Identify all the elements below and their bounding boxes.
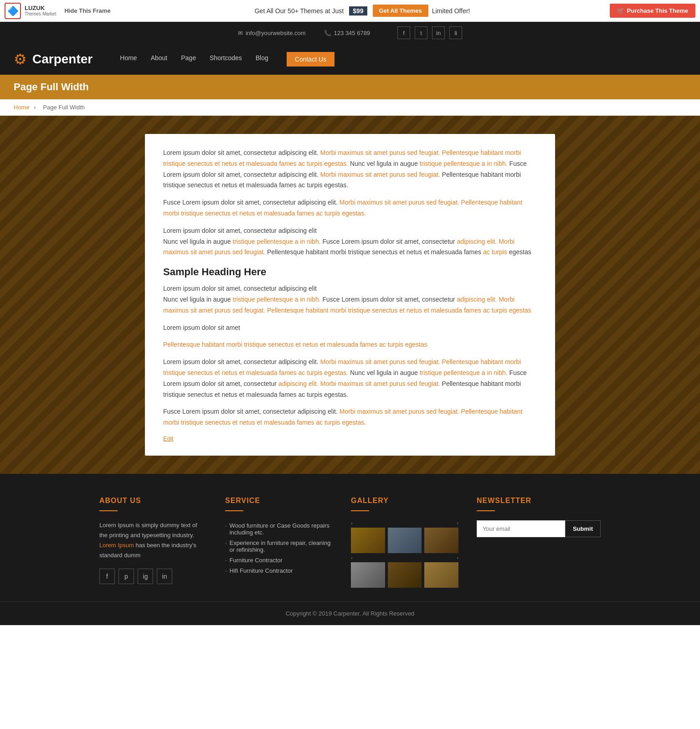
email-contact: ✉ info@yourwebsite.com	[238, 30, 306, 36]
nav-blog[interactable]: Blog	[256, 52, 268, 67]
footer-gallery-title: GALLERY	[351, 497, 458, 505]
nav-home[interactable]: Home	[120, 52, 137, 67]
footer-bottom: Copyright © 2019 Carpenter. All Rights R…	[0, 601, 700, 625]
footer-newsletter-divider	[477, 510, 495, 511]
gallery-grid-top	[351, 528, 458, 553]
promo-area: Get All Our 50+ Themes at Just $99 Get A…	[255, 5, 470, 17]
gallery-arrows-top: › ›	[351, 520, 458, 553]
footer-instagram-icon[interactable]: ig	[138, 569, 153, 584]
footer-grid: ABOUT US Lorem Ipsum is simply dummy tex…	[99, 497, 601, 588]
copyright-text: Copyright © 2019 Carpenter. All Rights R…	[286, 610, 415, 617]
gallery-item-6[interactable]	[424, 562, 458, 588]
brand: ⚙ Carpenter	[14, 51, 93, 68]
gallery-item-5[interactable]	[388, 562, 422, 588]
footer-about-divider	[99, 510, 118, 511]
promo-text: Get All Our 50+ Themes at Just	[255, 7, 344, 15]
newsletter-email-input[interactable]	[477, 520, 565, 537]
logo-area: 🔷 LUZUK Themes Market Hide This Frame	[5, 3, 115, 19]
content-para6: Pellentesque habitant morbi tristique se…	[163, 339, 537, 350]
brand-icon: ⚙	[14, 51, 27, 68]
footer-about-title: ABOUT US	[99, 497, 207, 505]
logo-name: LUZUK	[25, 5, 56, 11]
brand-name: Carpenter	[32, 52, 93, 67]
footer-about: ABOUT US Lorem Ipsum is simply dummy tex…	[99, 497, 207, 588]
purchase-label: Purchase This Theme	[627, 7, 688, 14]
gallery-grid-bottom	[351, 562, 458, 588]
cart-icon: 🛒	[617, 7, 624, 14]
logo-icon: 🔷	[5, 3, 21, 19]
content-para7: Lorem ipsum dolor sit amet, consectetur …	[163, 357, 537, 400]
nav-page[interactable]: Page	[181, 52, 196, 67]
breadcrumb-home[interactable]: Home	[14, 104, 30, 111]
service-item-2: Experience in furniture repair, cleaning…	[225, 538, 333, 555]
service-item-3: Furniture Contractor	[225, 555, 333, 565]
linkedin-icon[interactable]: li	[449, 26, 462, 39]
hide-frame-button[interactable]: Hide This Frame	[60, 5, 115, 16]
service-list: Wood furniture or Case Goods repairs inc…	[225, 520, 333, 576]
page-title: Page Full Width	[14, 81, 686, 93]
newsletter-form: Submit	[477, 520, 601, 537]
nav: Home About Page Shortcodes Blog Contact …	[120, 52, 335, 67]
hero-section: Lorem ipsum dolor sit amet, consectetur …	[0, 116, 700, 474]
content-para2: Fusce Lorem ipsum dolor sit amet, consec…	[163, 197, 537, 219]
footer-service-divider	[225, 510, 243, 511]
facebook-icon[interactable]: f	[397, 26, 410, 39]
content-para4: Lorem ipsum dolor sit amet, consectetur …	[163, 283, 537, 316]
breadcrumb: Home › Page Full Width	[0, 99, 700, 116]
top-bar: 🔷 LUZUK Themes Market Hide This Frame Ge…	[0, 0, 700, 22]
footer-gallery-divider	[351, 510, 369, 511]
service-item-1: Wood furniture or Case Goods repairs inc…	[225, 520, 333, 538]
gallery-item-1[interactable]	[351, 528, 385, 553]
logo-sub: Themes Market	[25, 11, 56, 16]
content-para8: Fusce Lorem ipsum dolor sit amet, consec…	[163, 406, 537, 428]
purchase-button[interactable]: 🛒 Purchase This Theme	[610, 4, 695, 18]
breadcrumb-current: Page Full Width	[43, 104, 85, 111]
header: ⚙ Carpenter Home About Page Shortcodes B…	[0, 44, 700, 75]
content-heading: Sample Heading Here	[163, 266, 537, 278]
social-icons-bar: f t in li	[397, 26, 462, 39]
gallery-arrow-right-1[interactable]: ›	[457, 520, 458, 526]
content-para3: Lorem ipsum dolor sit amet, consectetur …	[163, 226, 537, 258]
contact-bar: ✉ info@yourwebsite.com 📞 123 345 6789 f …	[0, 22, 700, 44]
footer-newsletter: NEWSLETTER Submit	[477, 497, 601, 588]
nav-contact[interactable]: Contact Us	[287, 52, 335, 67]
gallery-arrow-left-2[interactable]: ›	[351, 555, 353, 560]
newsletter-submit-button[interactable]: Submit	[565, 520, 601, 537]
service-item-4: Hifi Furniture Contractor	[225, 565, 333, 576]
limited-offer-label: Limited Offer!	[432, 7, 470, 15]
breadcrumb-separator: ›	[34, 104, 37, 111]
email-icon: ✉	[238, 30, 243, 36]
nav-about[interactable]: About	[151, 52, 168, 67]
footer-social: f p ig in	[99, 569, 207, 584]
gallery-bottom: › ›	[351, 555, 458, 588]
footer-newsletter-title: NEWSLETTER	[477, 497, 601, 505]
promo-price: $99	[349, 6, 367, 15]
twitter-icon[interactable]: t	[415, 26, 427, 39]
gallery-item-3[interactable]	[424, 528, 458, 553]
gallery-item-2[interactable]	[388, 528, 422, 553]
footer-facebook-icon[interactable]: f	[99, 569, 115, 584]
footer-service: SERVICE Wood furniture or Case Goods rep…	[225, 497, 333, 588]
content-para1: Lorem ipsum dolor sit amet, consectetur …	[163, 148, 537, 191]
logo-text-block: LUZUK Themes Market	[25, 5, 56, 16]
phone-contact: 📞 123 345 6789	[324, 30, 371, 36]
footer-gallery: GALLERY › › › ›	[351, 497, 458, 588]
nav-shortcodes[interactable]: Shortcodes	[210, 52, 242, 67]
gallery-arrow-right-2[interactable]: ›	[457, 555, 458, 560]
instagram-icon[interactable]: in	[432, 26, 445, 39]
get-all-button[interactable]: Get All Themes	[373, 5, 428, 17]
footer-linkedin-icon[interactable]: in	[157, 569, 172, 584]
footer-service-title: SERVICE	[225, 497, 333, 505]
phone-icon: 📞	[324, 30, 331, 36]
content-box: Lorem ipsum dolor sit amet, consectetur …	[145, 134, 555, 456]
phone-text: 123 345 6789	[334, 30, 371, 36]
email-text: info@yourwebsite.com	[246, 30, 306, 36]
edit-link[interactable]: Edit	[163, 435, 173, 442]
footer-pinterest-icon[interactable]: p	[118, 569, 134, 584]
gallery-item-4[interactable]	[351, 562, 385, 588]
gallery-arrow-left-1[interactable]: ›	[351, 520, 353, 526]
page-title-bar: Page Full Width	[0, 75, 700, 99]
footer: ABOUT US Lorem Ipsum is simply dummy tex…	[0, 474, 700, 601]
footer-about-text: Lorem Ipsum is simply dummy text of the …	[99, 520, 207, 560]
content-para5: Lorem ipsum dolor sit amet	[163, 323, 537, 334]
